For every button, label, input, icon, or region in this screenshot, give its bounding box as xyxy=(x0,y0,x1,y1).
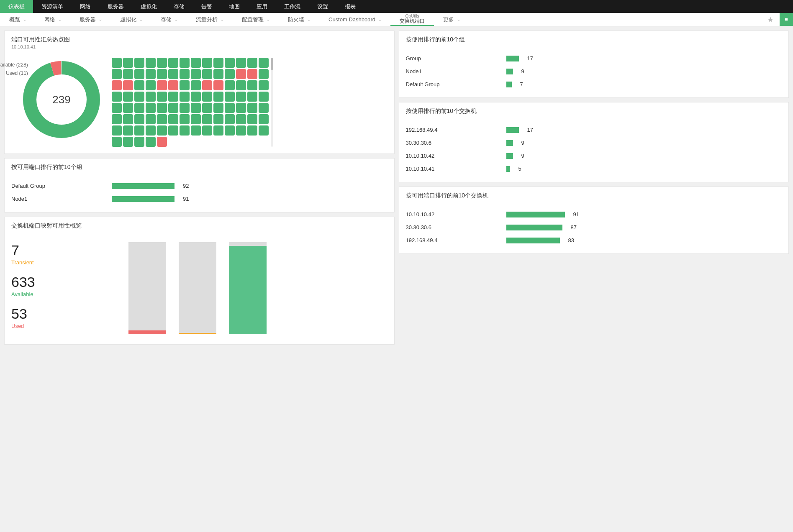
port-cell-available[interactable] xyxy=(202,114,212,124)
port-cell-available[interactable] xyxy=(168,114,178,124)
port-cell-used[interactable] xyxy=(157,137,167,147)
subnav-item[interactable]: 流量分析⌵ xyxy=(187,13,233,26)
topnav-item[interactable]: 应用 xyxy=(248,0,276,13)
topnav-item[interactable]: 资源清单 xyxy=(33,0,72,13)
bar-row[interactable]: Node191 xyxy=(11,192,388,205)
port-cell-available[interactable] xyxy=(123,114,133,124)
port-cell-available[interactable] xyxy=(134,137,144,147)
column-used[interactable] xyxy=(128,242,166,334)
port-cell-available[interactable] xyxy=(112,103,122,113)
subnav-item[interactable]: 存储⌵ xyxy=(151,13,187,26)
port-cell-available[interactable] xyxy=(112,69,122,79)
port-cell-available[interactable] xyxy=(180,125,190,136)
port-cell-available[interactable] xyxy=(112,125,122,136)
port-cell-available[interactable] xyxy=(259,125,269,136)
port-cell-available[interactable] xyxy=(225,92,235,102)
star-icon[interactable]: ★ xyxy=(761,13,780,26)
port-cell-available[interactable] xyxy=(202,58,212,68)
subnav-item[interactable]: 配置管理⌵ xyxy=(233,13,279,26)
scrollbar-thumb[interactable] xyxy=(271,58,273,70)
port-cell-available[interactable] xyxy=(202,125,212,136)
port-cell-available[interactable] xyxy=(123,58,133,68)
topnav-item[interactable]: 工作流 xyxy=(276,0,309,13)
port-cell-available[interactable] xyxy=(191,103,201,113)
subnav-more[interactable]: 更多⌵ xyxy=(434,13,469,26)
bar-row[interactable]: 192.168.49.417 xyxy=(406,123,782,136)
subnav-item[interactable]: Custom Dashboard⌵ xyxy=(319,13,390,26)
port-cell-available[interactable] xyxy=(259,92,269,102)
port-cell-available[interactable] xyxy=(134,114,144,124)
port-cell-available[interactable] xyxy=(123,103,133,113)
port-cell-available[interactable] xyxy=(191,80,201,90)
port-cell-available[interactable] xyxy=(247,92,257,102)
port-cell-used[interactable] xyxy=(123,80,133,90)
port-cell-used[interactable] xyxy=(157,80,167,90)
port-cell-available[interactable] xyxy=(247,58,257,68)
port-cell-available[interactable] xyxy=(146,114,156,124)
port-cell-available[interactable] xyxy=(157,125,167,136)
port-cell-available[interactable] xyxy=(213,92,223,102)
port-cell-available[interactable] xyxy=(191,58,201,68)
topnav-item[interactable]: 告警 xyxy=(193,0,221,13)
port-cell-available[interactable] xyxy=(180,114,190,124)
port-cell-available[interactable] xyxy=(259,69,269,79)
port-cell-available[interactable] xyxy=(213,103,223,113)
port-cell-available[interactable] xyxy=(123,125,133,136)
topnav-item[interactable]: 服务器 xyxy=(99,0,132,13)
port-cell-available[interactable] xyxy=(134,92,144,102)
topnav-item[interactable]: 存储 xyxy=(165,0,193,13)
port-cell-available[interactable] xyxy=(236,58,246,68)
port-cell-available[interactable] xyxy=(236,114,246,124)
port-cell-available[interactable] xyxy=(236,103,246,113)
port-cell-available[interactable] xyxy=(247,125,257,136)
port-cell-available[interactable] xyxy=(202,92,212,102)
port-cell-available[interactable] xyxy=(247,103,257,113)
port-cell-available[interactable] xyxy=(146,80,156,90)
port-cell-available[interactable] xyxy=(213,58,223,68)
port-cell-available[interactable] xyxy=(191,125,201,136)
port-cell-available[interactable] xyxy=(180,103,190,113)
port-cell-used[interactable] xyxy=(236,69,246,79)
port-cell-available[interactable] xyxy=(259,80,269,90)
port-cell-available[interactable] xyxy=(146,69,156,79)
topnav-item[interactable]: 仪表板 xyxy=(0,0,33,13)
port-cell-available[interactable] xyxy=(180,69,190,79)
port-cell-available[interactable] xyxy=(225,80,235,90)
port-cell-available[interactable] xyxy=(180,58,190,68)
port-cell-available[interactable] xyxy=(202,69,212,79)
bar-row[interactable]: 10.10.10.429 xyxy=(406,149,782,162)
port-cell-available[interactable] xyxy=(168,58,178,68)
column-available[interactable] xyxy=(229,242,267,334)
subnav-item[interactable]: 网络⌵ xyxy=(35,13,70,26)
topnav-item[interactable]: 设置 xyxy=(309,0,336,13)
port-cell-available[interactable] xyxy=(146,103,156,113)
subnav-item[interactable]: 虚拟化⌵ xyxy=(111,13,151,26)
port-cell-available[interactable] xyxy=(134,69,144,79)
subnav-item-selected[interactable]: OpUtils交换机端口 xyxy=(390,13,434,26)
port-cell-used[interactable] xyxy=(213,80,223,90)
port-cell-available[interactable] xyxy=(168,103,178,113)
port-cell-available[interactable] xyxy=(213,69,223,79)
port-cell-available[interactable] xyxy=(123,137,133,147)
port-cell-available[interactable] xyxy=(247,80,257,90)
port-cell-available[interactable] xyxy=(259,114,269,124)
port-cell-available[interactable] xyxy=(168,92,178,102)
bar-row[interactable]: 10.10.10.4291 xyxy=(406,208,782,221)
port-cell-available[interactable] xyxy=(134,80,144,90)
topnav-item[interactable]: 网络 xyxy=(72,0,99,13)
port-cell-available[interactable] xyxy=(259,58,269,68)
port-cell-available[interactable] xyxy=(146,92,156,102)
bar-row[interactable]: 30.30.30.687 xyxy=(406,221,782,234)
port-cell-available[interactable] xyxy=(236,92,246,102)
port-cell-available[interactable] xyxy=(168,125,178,136)
port-cell-used[interactable] xyxy=(168,80,178,90)
menu-icon[interactable]: ≡ xyxy=(780,13,793,26)
port-cell-available[interactable] xyxy=(168,69,178,79)
port-cell-used[interactable] xyxy=(247,69,257,79)
port-cell-available[interactable] xyxy=(123,69,133,79)
bar-row[interactable]: Node19 xyxy=(406,65,782,78)
port-cell-available[interactable] xyxy=(134,125,144,136)
bar-row[interactable]: Group17 xyxy=(406,52,782,65)
port-cell-available[interactable] xyxy=(225,69,235,79)
bar-row[interactable]: 10.10.10.415 xyxy=(406,162,782,175)
